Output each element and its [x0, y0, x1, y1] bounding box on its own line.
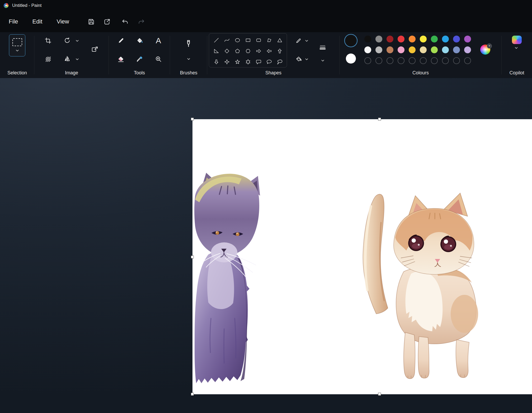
- colour-swatch-bd7e5a[interactable]: [387, 46, 393, 53]
- colour-swatch-96d8ec[interactable]: [442, 46, 449, 53]
- colour-swatch-ead9a2[interactable]: [420, 46, 427, 53]
- shape-four-point-star[interactable]: [222, 56, 232, 67]
- menu-file[interactable]: File: [2, 15, 25, 28]
- undo-button[interactable]: [119, 16, 131, 28]
- shape-polygon[interactable]: [264, 35, 274, 46]
- shape-fill-dropdown[interactable]: [291, 53, 312, 65]
- colour-swatch-empty[interactable]: [442, 57, 449, 64]
- copilot-dropdown[interactable]: [514, 46, 518, 51]
- shape-down-arrow[interactable]: [211, 56, 222, 67]
- shape-five-point-star[interactable]: [232, 56, 243, 67]
- chevron-down-icon: [75, 39, 79, 43]
- colour-swatch-empty[interactable]: [387, 57, 393, 64]
- colour-swatch-f8e93c[interactable]: [420, 36, 427, 42]
- colour-swatch-empty[interactable]: [453, 57, 460, 64]
- colour-swatch-f7f7f7[interactable]: [364, 46, 371, 53]
- shape-up-arrow[interactable]: [274, 46, 285, 56]
- shape-heart[interactable]: [211, 67, 222, 68]
- flip-dropdown[interactable]: [74, 53, 80, 65]
- crop-button[interactable]: [42, 35, 54, 47]
- colour-swatch-a757c3[interactable]: [464, 36, 471, 42]
- drawing-canvas[interactable]: [192, 119, 532, 394]
- colour-swatch-empty[interactable]: [364, 57, 371, 64]
- eraser-tool-button[interactable]: [115, 53, 127, 65]
- selection-handle-bottom-middle[interactable]: [378, 393, 381, 396]
- selection-handle-top-middle[interactable]: [378, 118, 381, 121]
- shape-six-point-star[interactable]: [243, 56, 253, 67]
- shapes-grid: [209, 33, 287, 68]
- text-tool-button[interactable]: A: [152, 35, 164, 47]
- colour-swatch-27a3e6[interactable]: [442, 36, 449, 42]
- colour-swatch-e8393d[interactable]: [398, 36, 404, 42]
- save-button[interactable]: [85, 16, 97, 28]
- resize-skew-button[interactable]: [42, 53, 54, 65]
- thickness-button[interactable]: [317, 41, 329, 53]
- colour-swatch-f0a5c9[interactable]: [398, 46, 404, 53]
- chevron-down-icon: [305, 39, 309, 43]
- shape-diamond[interactable]: [222, 46, 232, 56]
- colour-swatch-101010[interactable]: [364, 36, 371, 42]
- shape-rounded-rectangle[interactable]: [253, 35, 264, 46]
- colour-swatch-8a8a8a[interactable]: [375, 36, 382, 42]
- menu-edit[interactable]: Edit: [25, 15, 49, 28]
- selection-tool-button[interactable]: [9, 34, 25, 56]
- shape-pentagon[interactable]: [232, 46, 243, 56]
- shape-hexagon[interactable]: [243, 46, 253, 56]
- colour-swatch-37b44e[interactable]: [431, 36, 438, 42]
- shape-line[interactable]: [211, 35, 222, 46]
- shape-rounded-callout[interactable]: [253, 56, 264, 67]
- shape-curve[interactable]: [222, 35, 232, 46]
- shape-triangle[interactable]: [274, 35, 285, 46]
- colour-swatch-empty[interactable]: [375, 57, 382, 64]
- share-button[interactable]: [101, 16, 113, 28]
- colour1-swatch[interactable]: [344, 34, 357, 47]
- shape-rectangle[interactable]: [243, 35, 253, 46]
- colour-swatch-c2abe0[interactable]: [464, 46, 471, 53]
- colour-swatch-empty[interactable]: [398, 57, 404, 64]
- colour-swatch-a6de52[interactable]: [431, 46, 438, 53]
- rotate-dropdown[interactable]: [74, 35, 80, 47]
- selection-handle-top-left[interactable]: [191, 118, 194, 121]
- colour-swatch-empty[interactable]: [464, 57, 471, 64]
- shape-right-arrow[interactable]: [253, 46, 264, 56]
- selection-handle-middle-left[interactable]: [191, 256, 194, 258]
- colour-swatch-empty[interactable]: [420, 57, 427, 64]
- colour-swatch-empty[interactable]: [409, 57, 416, 64]
- colour-swatch-4e52d9[interactable]: [453, 36, 460, 42]
- selection-handle-bottom-left[interactable]: [191, 393, 194, 396]
- shape-outline-dropdown[interactable]: [291, 35, 312, 47]
- shape-left-arrow[interactable]: [264, 46, 274, 56]
- resize-image-button[interactable]: [89, 44, 101, 56]
- copilot-icon[interactable]: [512, 36, 522, 44]
- brushes-dropdown[interactable]: [186, 53, 191, 65]
- magnifier-tool-button[interactable]: [152, 53, 164, 65]
- colour-swatch-f98a33[interactable]: [409, 36, 416, 42]
- redo-button[interactable]: [135, 16, 148, 28]
- pencil-tool-button[interactable]: [115, 35, 127, 47]
- ribbon-section-shapes: Shapes: [207, 32, 340, 78]
- colour2-swatch[interactable]: [346, 54, 356, 64]
- section-label-tools: Tools: [109, 70, 170, 76]
- fill-tool-button[interactable]: [134, 35, 146, 47]
- undo-icon: [121, 18, 129, 25]
- colour-swatch-f3c234[interactable]: [409, 46, 416, 53]
- flip-button[interactable]: [61, 53, 73, 65]
- shape-right-triangle[interactable]: [211, 46, 222, 56]
- colour-swatch-9c2024[interactable]: [387, 36, 393, 42]
- colour-picker-button[interactable]: [134, 53, 146, 65]
- rotate-button[interactable]: [61, 35, 73, 47]
- shape-cloud-callout[interactable]: [274, 56, 285, 67]
- edit-colours-button[interactable]: [480, 45, 490, 55]
- shape-oval-callout[interactable]: [264, 56, 274, 67]
- colour-swatch-b9b9b9[interactable]: [375, 46, 382, 53]
- thickness-dropdown[interactable]: [320, 54, 326, 66]
- colour-swatch-7e93c6[interactable]: [453, 46, 460, 53]
- shape-oval[interactable]: [232, 35, 243, 46]
- menu-view[interactable]: View: [49, 15, 76, 28]
- ribbon: Selection: [0, 32, 532, 78]
- text-tool-icon: A: [156, 37, 161, 45]
- colour-swatch-empty[interactable]: [431, 57, 438, 64]
- brushes-button[interactable]: [182, 38, 195, 50]
- fill-bucket-icon: [136, 37, 143, 44]
- shape-lightning[interactable]: [222, 67, 232, 68]
